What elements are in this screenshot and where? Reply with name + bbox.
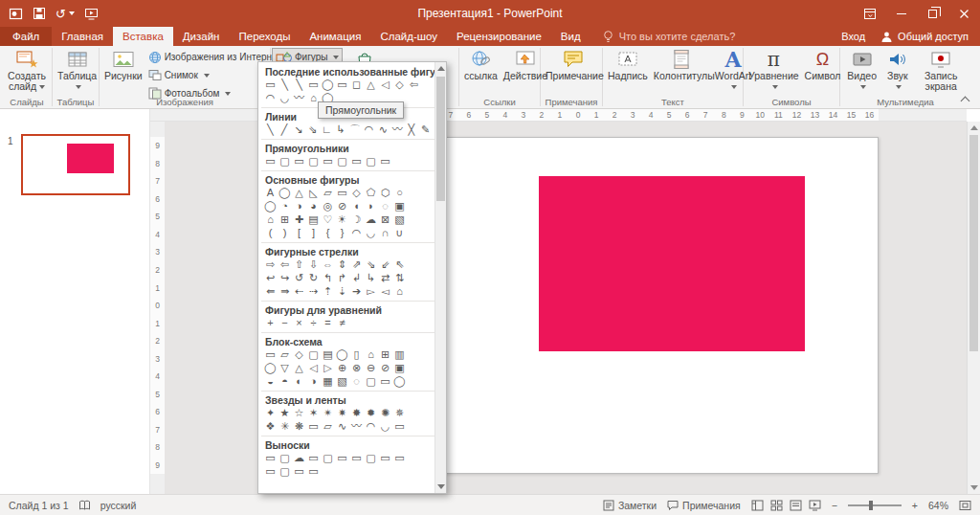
shape-item[interactable]: × [292, 317, 306, 329]
scroll-down-icon[interactable] [970, 485, 978, 490]
shape-item[interactable]: ◌ [349, 375, 364, 388]
symbol-button[interactable]: Ω Символ [802, 47, 844, 82]
shape-item[interactable]: ╳ [405, 123, 419, 136]
shape-item[interactable]: ▭ [335, 78, 349, 91]
shape-item[interactable]: ☽ [349, 213, 364, 226]
spellcheck-icon[interactable] [78, 500, 91, 511]
fit-to-window-icon[interactable] [959, 500, 971, 511]
shape-item[interactable]: ⌂ [364, 348, 378, 361]
shape-item[interactable]: ⊗ [349, 362, 364, 374]
shape-item[interactable]: ⇕ [335, 258, 349, 271]
shape-item[interactable]: ✺ [378, 407, 392, 419]
shape-item[interactable]: ◠ [362, 123, 376, 136]
shape-item[interactable]: ▢ [278, 452, 292, 464]
shape-item[interactable]: ♡ [321, 213, 335, 226]
textbox-button[interactable]: Надпись [605, 47, 651, 82]
audio-button[interactable]: Звук [881, 47, 913, 93]
shape-item[interactable]: ✚ [292, 213, 306, 226]
slideshow-view-icon[interactable] [809, 500, 821, 511]
scrollbar-thumb[interactable] [436, 77, 445, 201]
shape-item[interactable]: ╱ [278, 123, 292, 136]
shape-item[interactable]: ▭ [335, 452, 349, 464]
shape-item[interactable]: ▭ [306, 452, 321, 464]
shape-item[interactable]: ◅ [378, 285, 392, 298]
shape-item[interactable]: ∩ [378, 227, 392, 239]
tab-Вид[interactable]: Вид [551, 27, 590, 46]
shape-item[interactable]: ▦ [321, 375, 335, 388]
shape-item[interactable]: ▭ [263, 155, 278, 168]
shape-item[interactable]: ✦ [263, 407, 278, 419]
shape-item[interactable]: ◡ [278, 92, 292, 104]
shape-item[interactable]: = [321, 317, 335, 329]
shape-item[interactable]: ◯ [321, 78, 335, 91]
shape-item[interactable]: ◯ [278, 187, 292, 199]
tab-Файл[interactable]: Файл [0, 27, 52, 46]
shape-item[interactable]: ▱ [278, 348, 292, 361]
shape-item[interactable]: ╲ [263, 123, 278, 136]
shape-item[interactable]: ▭ [392, 452, 407, 464]
shape-item[interactable]: ⌂ [392, 285, 407, 298]
shape-item[interactable]: 〰 [390, 123, 405, 136]
shape-item[interactable]: ↰ [321, 272, 335, 284]
shape-item[interactable]: ⊠ [378, 213, 392, 226]
tab-Переходы[interactable]: Переходы [229, 27, 300, 46]
comment-button[interactable]: Примечание [543, 47, 604, 82]
shape-item[interactable]: ❖ [263, 420, 278, 433]
shape-item[interactable]: ⇚ [263, 285, 278, 298]
shape-item[interactable]: ⇦ [407, 78, 421, 91]
reading-view-icon[interactable] [790, 500, 802, 511]
shape-item[interactable]: ◡ [364, 227, 378, 239]
shape-item[interactable]: ☀ [335, 213, 349, 226]
shape-item[interactable]: ⊘ [378, 362, 392, 374]
vertical-ruler[interactable]: 9876543210123456789 [150, 122, 165, 494]
shape-item[interactable]: ▢ [306, 348, 321, 361]
shape-item[interactable]: ◑ [306, 375, 321, 388]
shape-item[interactable]: ✎ [418, 123, 433, 136]
shape-item[interactable]: ☁ [292, 452, 306, 464]
shape-item[interactable]: ▻ [364, 285, 378, 298]
shape-item[interactable]: ◯ [263, 200, 278, 213]
shape-item[interactable]: ▭ [292, 155, 306, 168]
shape-item[interactable]: ⇘ [364, 258, 378, 271]
shape-item[interactable]: ◒ [263, 375, 278, 388]
shape-item[interactable]: ⇛ [278, 285, 292, 298]
scroll-down-icon[interactable] [437, 484, 445, 489]
shape-item[interactable]: △ [292, 187, 306, 199]
sign-in-button[interactable]: Вход [841, 31, 865, 42]
collapse-ribbon-icon[interactable] [961, 95, 969, 103]
tab-Анимация[interactable]: Анимация [300, 27, 370, 46]
restore-button[interactable] [917, 0, 948, 27]
shape-item[interactable]: ◯ [335, 348, 349, 361]
shape-item[interactable]: ∿ [376, 123, 390, 136]
shape-item[interactable]: ▢ [306, 155, 321, 168]
shape-item[interactable]: ◑ [292, 200, 306, 213]
shape-item[interactable]: } [335, 227, 349, 239]
shape-item[interactable]: ◯ [263, 362, 278, 374]
shape-item[interactable]: ╲ [278, 78, 292, 91]
shape-item[interactable]: ÷ [306, 317, 321, 329]
shape-item[interactable]: ▢ [278, 465, 292, 478]
shape-item[interactable]: ⇩ [306, 258, 321, 271]
save-icon[interactable] [33, 7, 46, 20]
shape-item[interactable]: ▭ [378, 375, 392, 388]
shape-item[interactable]: ▭ [335, 187, 349, 199]
shape-item[interactable]: ⇣ [335, 285, 349, 298]
comments-button[interactable]: Примечания [667, 500, 741, 511]
shape-item[interactable]: ▭ [349, 452, 364, 464]
shape-item[interactable]: ◇ [392, 78, 407, 91]
normal-view-icon[interactable] [751, 500, 764, 511]
shape-item[interactable]: ▢ [364, 452, 378, 464]
header-footer-button[interactable]: Колонтитулы [651, 47, 712, 82]
shape-item[interactable]: ⇠ [292, 285, 306, 298]
shape-item[interactable]: ▤ [321, 348, 335, 361]
shape-item[interactable]: ▢ [321, 452, 335, 464]
shape-item[interactable]: ◇ [292, 348, 306, 361]
zoom-slider-thumb[interactable] [869, 501, 873, 510]
vertical-scrollbar[interactable] [967, 122, 980, 494]
shape-item[interactable]: ▥ [392, 348, 407, 361]
shape-item[interactable]: ▭ [263, 465, 278, 478]
zoom-in-button[interactable]: + [912, 500, 918, 511]
shape-item[interactable]: ) [278, 227, 292, 239]
shape-item[interactable]: ▭ [306, 420, 321, 433]
shape-item[interactable]: ❋ [292, 420, 306, 433]
